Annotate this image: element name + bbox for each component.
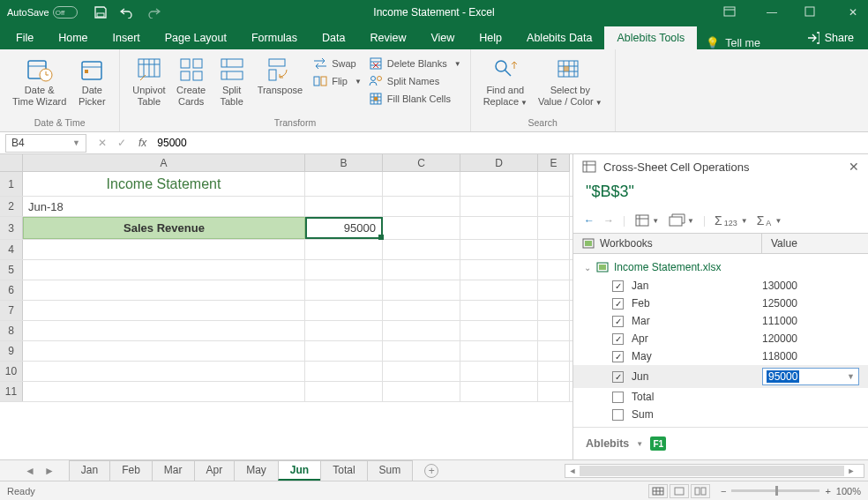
sheet-tab[interactable]: May (234, 460, 279, 481)
tab-data[interactable]: Data (310, 26, 357, 49)
select-by-value-color-button[interactable]: Select byValue / Color▼ (533, 51, 608, 108)
maximize-icon[interactable] (804, 6, 820, 19)
panel-sheet-item[interactable]: Mar111000 (573, 312, 868, 330)
flip-button[interactable]: Flip▼ (313, 74, 362, 88)
panel-sheet-item[interactable]: Apr120000 (573, 330, 868, 347)
sheet-tab[interactable]: Total (320, 460, 367, 481)
tab-help[interactable]: Help (467, 26, 514, 49)
panel-sheet-item[interactable]: Sum (573, 406, 868, 423)
row-header[interactable]: 2 (0, 197, 23, 216)
paste-references-button[interactable]: ▼ (668, 213, 694, 228)
cell[interactable] (383, 197, 460, 216)
row-header[interactable]: 5 (0, 260, 23, 280)
create-cards-button[interactable]: CreateCards (171, 51, 212, 108)
aggregate-2-button[interactable]: ΣA▼ (757, 213, 782, 228)
panel-sheet-item[interactable]: May118000 (573, 347, 868, 365)
tab-view[interactable]: View (418, 26, 467, 49)
save-icon[interactable] (94, 5, 108, 19)
row-header[interactable]: 6 (0, 280, 23, 300)
delete-blanks-button[interactable]: Delete Blanks▼ (369, 56, 461, 71)
unpivot-table-button[interactable]: UnpivotTable (127, 51, 170, 108)
forward-icon[interactable]: → (603, 214, 614, 227)
row-header[interactable]: 4 (0, 240, 23, 259)
fill-blank-cells-button[interactable]: Fill Blank Cells (369, 92, 461, 106)
panel-sheet-item[interactable]: Jan130000 (573, 277, 868, 295)
cell[interactable] (538, 172, 570, 196)
close-icon[interactable]: ✕ (845, 6, 861, 19)
autosave-toggle[interactable]: AutoSave Off (7, 6, 78, 19)
panel-sheet-item[interactable]: Total (573, 388, 868, 406)
cell-b3-active[interactable]: 95000 (305, 217, 383, 239)
name-box[interactable]: B4 ▼ (5, 134, 86, 153)
add-sheet-button[interactable]: + (424, 464, 438, 478)
minimize-icon[interactable]: — (764, 6, 780, 19)
cell[interactable] (383, 172, 460, 196)
column-header[interactable]: A (23, 154, 305, 172)
swap-button[interactable]: Swap (313, 56, 362, 71)
sheet-tab[interactable]: Apr (194, 460, 236, 481)
checkbox[interactable] (612, 371, 624, 383)
back-icon[interactable]: ← (584, 214, 595, 227)
view-normal-button[interactable] (648, 484, 668, 498)
sheet-nav-next-icon[interactable]: ► (44, 465, 55, 477)
cell-a2[interactable]: Jun-18 (23, 197, 305, 216)
view-pagebreak-button[interactable] (691, 484, 710, 498)
panel-sheet-item[interactable]: Feb125000 (573, 295, 868, 312)
sheet-tab[interactable]: Jan (69, 460, 110, 481)
cell[interactable] (460, 172, 538, 196)
cell[interactable] (305, 172, 383, 196)
sheet-tab[interactable]: Feb (109, 460, 153, 481)
checkbox[interactable] (612, 333, 624, 345)
cell[interactable] (538, 217, 570, 239)
cancel-formula-icon[interactable]: ✕ (98, 137, 107, 149)
row-header[interactable]: 1 (0, 172, 23, 196)
workbook-node[interactable]: ⌄ Income Statement.xlsx (573, 257, 868, 277)
undo-icon[interactable] (120, 5, 134, 19)
sheet-tab[interactable]: Mar (152, 460, 195, 481)
checkbox[interactable] (612, 316, 624, 327)
column-header[interactable]: E (538, 154, 570, 172)
split-table-button[interactable]: SplitTable (212, 51, 252, 108)
sheet-tab[interactable]: Jun (278, 460, 321, 481)
panel-item-value[interactable]: 95000▼ (762, 368, 859, 385)
fx-label[interactable]: fx (138, 137, 146, 149)
tab-home[interactable]: Home (46, 26, 100, 49)
view-pagelayout-button[interactable] (670, 484, 689, 498)
redo-icon[interactable] (146, 5, 161, 19)
share-button[interactable]: Share (797, 26, 864, 49)
checkbox[interactable] (612, 298, 624, 310)
cell[interactable] (383, 217, 460, 239)
panel-sheet-item[interactable]: Jun95000▼ (573, 365, 868, 388)
formula-input[interactable] (153, 137, 868, 149)
row-header[interactable]: 11 (0, 382, 23, 401)
date-time-wizard-button[interactable]: Date &Time Wizard (7, 51, 71, 108)
ablebits-label[interactable]: Ablebits (586, 437, 629, 450)
cell[interactable] (460, 197, 538, 216)
row-header[interactable]: 8 (0, 321, 23, 340)
select-all-corner[interactable] (0, 154, 23, 172)
tab-formulas[interactable]: Formulas (239, 26, 310, 49)
checkbox[interactable] (612, 392, 624, 403)
checkbox[interactable] (612, 351, 624, 362)
zoom-level[interactable]: 100% (836, 486, 861, 496)
cell[interactable] (460, 217, 538, 239)
tab-file[interactable]: File (4, 26, 46, 49)
column-header[interactable]: C (383, 154, 460, 172)
sheet-nav-prev-icon[interactable]: ◄ (25, 465, 35, 477)
tab-insert[interactable]: Insert (101, 26, 153, 49)
zoom-in-button[interactable]: + (825, 486, 830, 496)
transpose-button[interactable]: Transpose (252, 51, 309, 96)
f1-badge[interactable]: F1 (650, 437, 666, 451)
sheet-tab[interactable]: Sum (367, 460, 414, 481)
row-header[interactable]: 10 (0, 362, 23, 381)
zoom-out-button[interactable]: − (721, 486, 726, 496)
date-picker-button[interactable]: DatePicker (71, 51, 112, 108)
find-replace-button[interactable]: Find andReplace▼ (478, 51, 533, 108)
cell[interactable] (305, 197, 383, 216)
row-header[interactable]: 9 (0, 341, 23, 361)
checkbox[interactable] (612, 409, 624, 421)
tab-ablebitstools[interactable]: Ablebits Tools (604, 26, 697, 49)
aggregate-1-button[interactable]: Σ123▼ (715, 213, 748, 228)
row-header[interactable]: 3 (0, 217, 23, 239)
tab-pagelayout[interactable]: Page Layout (153, 26, 239, 49)
